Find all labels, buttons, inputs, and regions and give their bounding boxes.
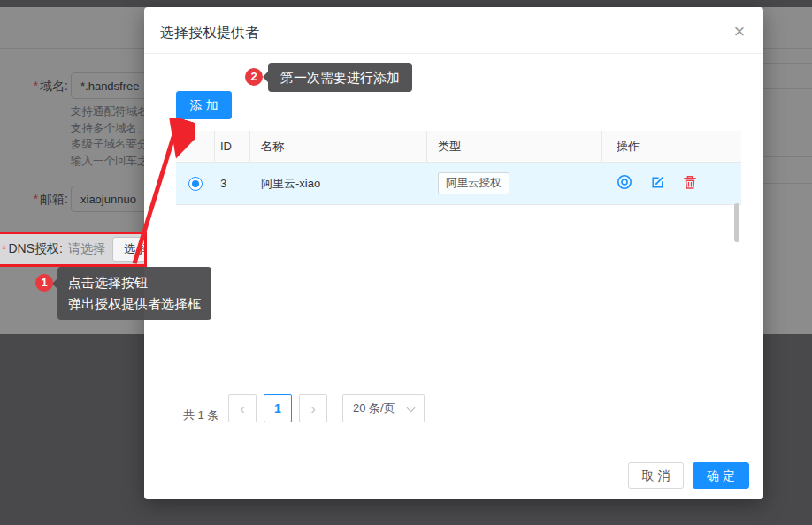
confirm-button[interactable]: 确 定 [693,462,749,489]
view-button[interactable] [617,174,632,193]
select-provider-dialog: 选择授权提供者 × 添 加 ID 名称 类型 操作 3 阿里云-xiao 阿里云… [144,7,763,499]
pagination-total: 共 1 条 [183,401,218,430]
table-row[interactable]: 3 阿里云-xiao 阿里云授权 [176,163,741,205]
page-background: *域名: 支持通配符域名 支持多个域名、 多级子域名要分 输入一个回车之 *邮箱… [0,0,812,525]
prev-page-button[interactable]: ‹ [228,394,257,422]
cell-actions [602,174,741,193]
header-id: ID [215,131,250,162]
edit-icon [650,175,665,193]
cell-type: 阿里云授权 [427,172,602,194]
footer-divider [144,453,763,453]
tooltip-arrow [263,72,268,82]
step2-tooltip: 第一次需要进行添加 [268,63,412,92]
next-page-button[interactable]: › [299,394,327,422]
add-button[interactable]: 添 加 [176,91,232,119]
table-header-row: ID 名称 类型 操作 [176,131,741,163]
step1-badge: 1 [35,274,53,292]
dialog-title: 选择授权提供者 [160,24,259,42]
annotation-arrow [115,118,195,275]
dns-field-label: DNS授权: [8,241,62,257]
page-size-select[interactable]: 20 条/页 [342,394,425,422]
trash-icon [683,175,697,193]
providers-table: ID 名称 类型 操作 3 阿里云-xiao 阿里云授权 [176,131,741,205]
step1-text-line2: 弹出授权提供者选择框 [68,293,201,315]
page-size-value: 20 条/页 [353,401,395,415]
eye-icon [617,174,632,193]
step1-tooltip: 点击选择按钮 弹出授权提供者选择框 [57,267,211,320]
cell-id: 3 [215,177,250,190]
dns-placeholder: 请选择 [68,241,105,257]
header-divider [144,53,763,54]
header-type: 类型 [427,131,602,162]
cell-name: 阿里云-xiao [250,176,427,192]
edit-button[interactable] [650,175,665,193]
page-1-button[interactable]: 1 [264,394,292,422]
header-actions: 操作 [602,139,741,155]
step1-text-line1: 点击选择按钮 [68,272,201,293]
header-name: 名称 [250,131,427,162]
table-scrollbar[interactable] [734,203,739,242]
chevron-down-icon [407,404,416,413]
required-asterisk: * [2,242,6,256]
close-icon[interactable]: × [724,16,755,48]
step2-text: 第一次需要进行添加 [280,70,400,85]
cancel-button[interactable]: 取 消 [628,462,684,489]
type-tag: 阿里云授权 [438,172,509,194]
step2-badge: 2 [245,68,263,86]
delete-button[interactable] [683,175,697,193]
